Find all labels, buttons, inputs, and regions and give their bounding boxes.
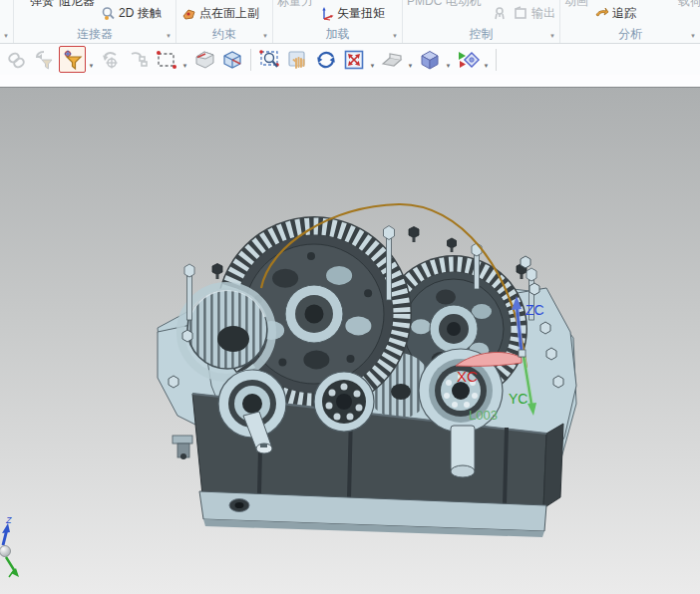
- group-dropdown-icon[interactable]: ▼: [690, 33, 696, 39]
- spring-button[interactable]: 弹簧: [30, 0, 54, 10]
- group-label-load: 加载: [326, 26, 350, 43]
- dropdown-arrow-icon[interactable]: ▼: [180, 63, 189, 75]
- ribbon-group-control: PMDC 电动机 输出 控制▼: [403, 0, 560, 43]
- point-on-face-icon: [180, 5, 196, 21]
- contact-2d-button[interactable]: 2D 接触: [100, 5, 162, 22]
- dropdown-arrow-icon[interactable]: ▼: [368, 63, 377, 75]
- wcs-origin-handle[interactable]: [519, 350, 525, 357]
- undo-snap-icon[interactable]: [97, 46, 124, 73]
- motor-icon: [492, 5, 508, 21]
- viewport-top-border: [0, 87, 700, 88]
- graphics-window[interactable]: ZC XC YC L003 Z: [0, 87, 700, 594]
- rectangle-select-icon[interactable]: [153, 46, 179, 73]
- chain-icon[interactable]: [125, 46, 152, 73]
- toolbar-filler: [0, 75, 700, 87]
- group-label-analysis: 分析: [618, 26, 642, 43]
- toolbar-separator: [496, 49, 497, 71]
- damper-button[interactable]: 阻尼器: [59, 0, 95, 10]
- view-triad-z-label: Z: [5, 515, 12, 525]
- toolbar-separator: [250, 49, 251, 71]
- output-icon: [513, 5, 528, 21]
- scalar-force-button[interactable]: 标量力: [277, 0, 313, 10]
- pmdc-motor-button[interactable]: PMDC 电动机: [407, 0, 482, 10]
- animation-play-icon[interactable]: [454, 46, 481, 73]
- face-view-icon[interactable]: [378, 46, 405, 73]
- group-dropdown-icon[interactable]: ▼: [262, 33, 268, 39]
- wcs-z-label: ZC: [525, 302, 544, 318]
- dropdown-arrow-icon[interactable]: ▼: [406, 63, 415, 75]
- fit-view-icon[interactable]: [340, 46, 367, 73]
- bearing-middle[interactable]: [314, 372, 374, 432]
- iso-cube-icon[interactable]: [218, 46, 245, 73]
- dropdown-arrow-icon[interactable]: ▼: [482, 63, 491, 75]
- group-dropdown-icon[interactable]: ▼: [166, 33, 172, 39]
- group-dropdown-icon[interactable]: ▼: [549, 33, 555, 39]
- filter-history-icon[interactable]: [31, 46, 58, 73]
- group-label-connector: 连接器: [77, 26, 113, 43]
- vector-torque-icon: [318, 5, 334, 21]
- marker-label: L003: [469, 408, 498, 423]
- ribbon-group-load: 标量力 矢量扭矩 加载▼: [273, 0, 403, 43]
- point-on-face-button[interactable]: 点在面上副: [180, 5, 259, 22]
- link-icon[interactable]: [3, 46, 30, 73]
- group-dropdown-icon[interactable]: ▼: [392, 33, 398, 39]
- group-dropdown-icon[interactable]: ▼: [3, 33, 9, 39]
- selection-filter-icon[interactable]: [59, 46, 86, 73]
- dropdown-arrow-icon[interactable]: ▼: [87, 63, 96, 75]
- wcs-y-label: YC: [509, 391, 527, 407]
- dropdown-arrow-icon[interactable]: ▼: [444, 63, 453, 75]
- zoom-box-icon[interactable]: [256, 46, 283, 73]
- output-button[interactable]: 输出: [513, 5, 555, 22]
- wcs-x-label: XC: [457, 368, 478, 385]
- ribbon: ▼ 弹簧 阻尼器 2D 接触 连接器▼ 点在面上副 约束▼: [0, 0, 700, 44]
- load-transfer-button[interactable]: 载荷: [678, 0, 700, 10]
- pan-icon[interactable]: [284, 46, 311, 73]
- vector-torque-button[interactable]: 矢量扭矩: [318, 5, 385, 22]
- rotate-icon[interactable]: [312, 46, 339, 73]
- ribbon-group-constraint: 点在面上副 约束▼: [176, 0, 273, 43]
- ribbon-group-analysis: 动画 追踪 载荷 分析▼: [560, 0, 700, 43]
- ribbon-group-partial: ▼: [0, 0, 14, 43]
- shaded-cube-icon[interactable]: [416, 46, 443, 73]
- contact-2d-icon: [100, 5, 116, 21]
- group-label-control: 控制: [470, 26, 494, 43]
- trace-button[interactable]: 追踪: [593, 5, 636, 22]
- group-label-constraint: 约束: [212, 26, 236, 43]
- animation-button[interactable]: 动画: [564, 0, 588, 10]
- extrude-view-icon[interactable]: [190, 46, 217, 73]
- ribbon-group-connector: 弹簧 阻尼器 2D 接触 连接器▼: [14, 0, 176, 43]
- quick-toolbar: ▼ ▼ ▼ ▼ ▼ ▼: [0, 44, 700, 75]
- trace-icon: [593, 5, 609, 21]
